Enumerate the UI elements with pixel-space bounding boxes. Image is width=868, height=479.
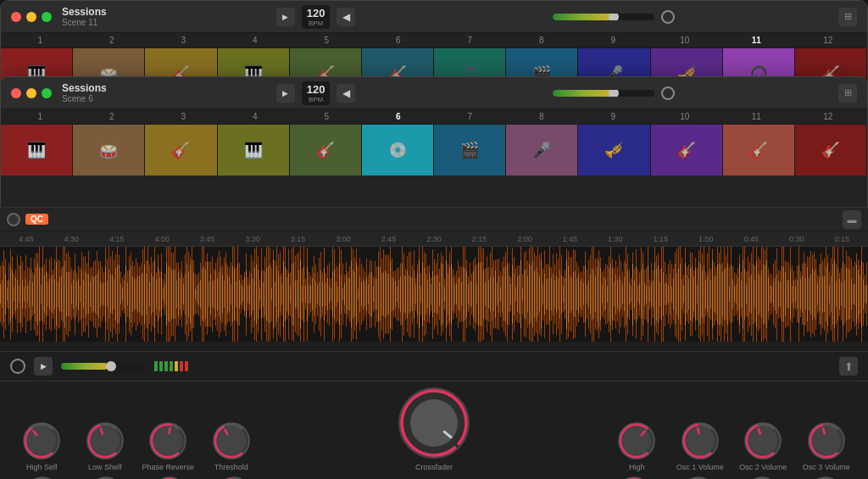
waveform-canvas xyxy=(0,247,868,342)
play-button-main[interactable] xyxy=(276,84,295,103)
track-num-1-main: 1 xyxy=(4,109,76,124)
transport-top: 120 BPM ◀ xyxy=(276,5,356,29)
knob-fx2-bypass[interactable]: FX2 Bypass xyxy=(794,475,858,479)
knob-label-high: High xyxy=(629,463,645,471)
maximize-button-main[interactable] xyxy=(42,88,52,98)
knob-label-osc-2-volume: Osc 2 Volume xyxy=(739,463,787,471)
knob-label-low-shelf: Low Shelf xyxy=(88,463,122,471)
osc-3-volume-svg xyxy=(806,421,847,461)
tile-1[interactable]: 🎹 xyxy=(1,125,73,175)
minimize-button-main[interactable] xyxy=(26,88,36,98)
knob-high[interactable]: High xyxy=(605,421,669,471)
tile-8[interactable]: 🎤 xyxy=(506,125,578,175)
timeline-grid-button[interactable]: ▬ xyxy=(843,210,861,229)
transport-bar: ⬆ xyxy=(0,351,868,382)
track-num-12-top: 12 xyxy=(793,33,865,47)
knob-osc-2-volume[interactable]: Osc 2 Volume xyxy=(732,421,795,471)
svg-point-19 xyxy=(686,426,715,455)
window-scene-top: Scene 11 xyxy=(62,18,107,27)
svg-point-13 xyxy=(410,399,458,447)
title-bar-top: Sessions Scene 11 120 BPM ◀ ⊞ xyxy=(1,1,867,33)
knob-mid[interactable]: Mid xyxy=(202,475,265,479)
fx2-bypass-svg xyxy=(805,475,846,479)
grid-button-top[interactable]: ⊞ xyxy=(838,8,857,26)
high-svg xyxy=(616,421,657,461)
time-marker: 2:15 xyxy=(457,235,502,243)
knob-comp[interactable]: Comp xyxy=(10,475,74,479)
record-button-top[interactable] xyxy=(661,10,675,24)
knobs-row-1: High SelfLow ShelfPhase ReverseThreshold… xyxy=(10,385,858,471)
knob-low[interactable]: Low xyxy=(138,475,202,479)
svg-point-16 xyxy=(622,426,651,455)
time-marker: 4:15 xyxy=(94,235,139,243)
maximize-button[interactable] xyxy=(42,12,52,22)
vu-bar-7 xyxy=(185,361,188,371)
level-fill-top xyxy=(553,14,614,20)
track-num-3-main: 3 xyxy=(147,109,220,124)
bpm-label-main: BPM xyxy=(307,96,326,103)
knob-label-osc-3-volume: Osc 3 Volume xyxy=(803,463,850,471)
knob-filter-cutoff[interactable]: Filter Cutoff xyxy=(603,475,666,479)
timeline-record-icon[interactable] xyxy=(7,213,20,226)
knob-phase-reverse[interactable]: Phase Reverse xyxy=(136,421,200,471)
record-button-main[interactable] xyxy=(661,86,675,100)
threshold-svg xyxy=(211,421,252,461)
waveform-container[interactable] xyxy=(0,247,868,357)
close-button-main[interactable] xyxy=(11,88,21,98)
grid-button-main[interactable]: ⊞ xyxy=(838,84,857,103)
vu-bar-6 xyxy=(180,361,183,371)
qc-tag: QC xyxy=(25,214,48,225)
tile-7[interactable]: 🎬 xyxy=(434,125,506,175)
share-button[interactable]: ⬆ xyxy=(839,357,858,376)
level-knob-main[interactable] xyxy=(609,90,619,97)
close-button[interactable] xyxy=(11,12,21,22)
transport-record-button[interactable] xyxy=(10,359,25,374)
knob-auto-att/rel[interactable]: Auto Att/Rel xyxy=(74,475,137,479)
knob-threshold[interactable]: Threshold xyxy=(200,421,264,471)
skip-button-top[interactable]: ◀ xyxy=(337,8,355,26)
knob-low-shelf[interactable]: Low Shelf xyxy=(74,421,137,471)
level-knob-top[interactable] xyxy=(609,14,619,20)
tile-6[interactable]: 💿 xyxy=(362,125,434,175)
knob-osc-3-volume[interactable]: Osc 3 Volume xyxy=(795,421,859,471)
knob-fx1-bypass[interactable]: FX1 Bypass xyxy=(730,475,793,479)
minimize-button[interactable] xyxy=(26,12,36,22)
tile-9[interactable]: 🎺 xyxy=(578,125,650,175)
tile-2[interactable]: 🥁 xyxy=(73,125,145,175)
tile-3[interactable]: 🎸 xyxy=(145,125,217,175)
high-self-svg xyxy=(21,421,62,461)
skip-button-main[interactable]: ◀ xyxy=(337,84,355,103)
transport-play-button[interactable] xyxy=(34,357,53,376)
crossfader-group[interactable]: Crossfader xyxy=(389,385,479,471)
track-num-8-main: 8 xyxy=(506,109,578,124)
track-num-6-top: 6 xyxy=(363,33,435,47)
filter-emphasis-svg xyxy=(678,475,719,479)
svg-line-20 xyxy=(698,428,698,433)
level-fill-main xyxy=(553,90,614,97)
track-num-6-main: 6 xyxy=(363,109,435,124)
time-marker: 1:45 xyxy=(548,235,593,243)
track-num-10-main: 10 xyxy=(649,109,721,124)
mid-svg xyxy=(214,475,254,479)
svg-line-26 xyxy=(823,429,825,434)
knobs-area: High SelfLow ShelfPhase ReverseThreshold… xyxy=(0,382,868,479)
knob-filter-emphasis[interactable]: Filter Emphasis xyxy=(666,475,730,479)
volume-knob[interactable] xyxy=(106,361,116,371)
tile-12[interactable]: 🎸 xyxy=(795,125,867,175)
play-button-top[interactable] xyxy=(276,8,295,26)
vu-meter xyxy=(154,361,188,371)
time-marker: 2:00 xyxy=(502,235,547,243)
knob-high-self[interactable]: High Self xyxy=(10,421,74,471)
auto-att/rel-svg xyxy=(86,475,126,479)
tile-10[interactable]: 🎸 xyxy=(651,125,723,175)
time-marker: 1:30 xyxy=(593,235,637,243)
vu-bar-4 xyxy=(170,361,173,371)
tile-4[interactable]: 🎹 xyxy=(218,125,290,175)
tile-5[interactable]: 🎸 xyxy=(290,125,362,175)
tile-11[interactable]: 🎸 xyxy=(723,125,795,175)
time-marker: 1:15 xyxy=(638,235,683,243)
comp-svg xyxy=(22,475,63,479)
time-marker: 4:30 xyxy=(48,235,93,243)
track-num-10-top: 10 xyxy=(649,33,721,47)
knob-osc-1-volume[interactable]: Osc 1 Volume xyxy=(669,421,732,471)
